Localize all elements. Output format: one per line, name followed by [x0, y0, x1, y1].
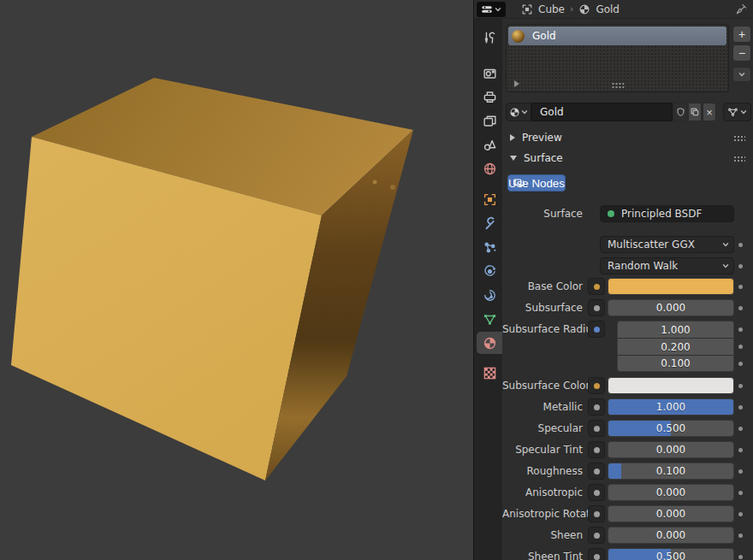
- view-layer-icon: [483, 114, 497, 128]
- roughness-row: Roughness 0.100: [502, 463, 746, 480]
- tab-modifiers[interactable]: [477, 212, 502, 234]
- tab-render[interactable]: [477, 62, 502, 84]
- animate-dot[interactable]: [734, 448, 746, 452]
- anisotropic-rotation-slider[interactable]: 0.000: [608, 505, 734, 522]
- editor-type-button[interactable]: [477, 2, 506, 17]
- surface-panel-header[interactable]: Surface: [502, 149, 753, 168]
- animate-dot[interactable]: [734, 427, 746, 431]
- properties-header: Cube › Gold: [474, 0, 753, 19]
- surface-node-field[interactable]: Principled BSDF: [600, 205, 734, 222]
- socket-icon: [588, 527, 605, 544]
- subsurface-color-row: Subsurface Color: [502, 377, 746, 394]
- subsurface-radius-x[interactable]: 1.000: [617, 321, 734, 338]
- tab-tool[interactable]: [477, 27, 502, 49]
- tab-constraints[interactable]: [477, 284, 502, 306]
- chevron-down-icon: [721, 240, 730, 249]
- metallic-slider[interactable]: 1.000: [608, 398, 734, 416]
- chevron-down-icon: [520, 108, 529, 116]
- animate-dot[interactable]: [734, 362, 746, 366]
- roughness-slider[interactable]: 0.100: [608, 463, 734, 480]
- animate-dot[interactable]: [734, 491, 746, 495]
- use-nodes-button[interactable]: Use Nodes: [507, 174, 566, 192]
- material-link-dropdown[interactable]: [723, 103, 751, 121]
- tab-material[interactable]: [477, 332, 502, 354]
- specular-tint-row: Specular Tint 0.000: [502, 441, 746, 458]
- tab-scene[interactable]: [477, 133, 502, 156]
- gold-cube: [0, 0, 473, 560]
- tool-icon: [483, 31, 497, 45]
- resize-grip[interactable]: [611, 82, 624, 88]
- animate-dot[interactable]: [734, 533, 746, 538]
- animate-dot[interactable]: [734, 285, 746, 289]
- tab-object-data[interactable]: [477, 308, 502, 330]
- animate-dot[interactable]: [734, 512, 746, 516]
- new-material-button[interactable]: [688, 103, 702, 121]
- base-color-swatch[interactable]: [608, 278, 734, 295]
- animate-dot[interactable]: [734, 469, 746, 474]
- material-slot-item[interactable]: Gold: [508, 27, 726, 45]
- socket-icon: [588, 377, 605, 394]
- fake-user-toggle[interactable]: [673, 103, 687, 121]
- panel-drag-grip[interactable]: [733, 135, 745, 141]
- distribution-dropdown[interactable]: Multiscatter GGX: [600, 236, 734, 253]
- specular-slider[interactable]: 0.500: [608, 420, 734, 437]
- tab-particles[interactable]: [477, 236, 502, 258]
- subsurface-color-swatch[interactable]: [608, 377, 734, 394]
- node-link-icon: [727, 107, 738, 118]
- material-id-row: Gold ×: [506, 103, 751, 121]
- tab-physics[interactable]: [477, 260, 502, 282]
- animate-dot[interactable]: [734, 384, 746, 388]
- socket-icon: [588, 420, 605, 437]
- base-color-row: Base Color: [502, 278, 746, 295]
- subsurface-method-dropdown[interactable]: Random Walk: [600, 257, 734, 274]
- render-icon: [483, 66, 497, 80]
- animate-dot[interactable]: [734, 243, 746, 247]
- distribution-row: Multiscatter GGX: [502, 236, 746, 253]
- tab-texture[interactable]: [477, 362, 502, 384]
- sheen-tint-slider[interactable]: 0.500: [608, 548, 734, 560]
- material-name-input[interactable]: Gold: [531, 103, 673, 121]
- panel-drag-grip[interactable]: [733, 156, 745, 162]
- tab-world[interactable]: [477, 157, 502, 180]
- tab-object[interactable]: [477, 188, 502, 210]
- output-printer-icon: [483, 90, 497, 104]
- animate-dot[interactable]: [734, 327, 746, 332]
- wrench-icon: [483, 216, 497, 231]
- scene-icon: [483, 138, 497, 152]
- animate-dot[interactable]: [734, 306, 746, 310]
- specular-tint-slider[interactable]: 0.000: [608, 441, 734, 458]
- anisotropic-slider[interactable]: 0.000: [608, 484, 734, 501]
- expand-triangle-icon[interactable]: [514, 80, 519, 87]
- constraints-icon: [483, 288, 497, 303]
- sheen-slider[interactable]: 0.000: [608, 527, 734, 544]
- animate-dot[interactable]: [734, 555, 746, 559]
- 3d-viewport[interactable]: [0, 0, 473, 560]
- remove-slot-button[interactable]: −: [732, 44, 751, 62]
- animate-dot[interactable]: [734, 345, 746, 349]
- subsurface-radius-z[interactable]: 0.100: [617, 355, 734, 372]
- breadcrumb-material: Gold: [596, 3, 620, 15]
- socket-icon: [588, 441, 605, 458]
- unlink-material-button[interactable]: ×: [703, 103, 716, 121]
- animate-dot[interactable]: [734, 405, 746, 410]
- add-slot-button[interactable]: +: [732, 26, 751, 43]
- preview-panel-header[interactable]: Preview: [502, 128, 753, 147]
- animate-dot[interactable]: [734, 264, 746, 268]
- breadcrumb-separator: ›: [570, 3, 573, 15]
- socket-icon: [588, 505, 605, 522]
- subsurface-row: Subsurface 0.000: [502, 299, 746, 316]
- subsurface-radius-row-z: 0.100: [502, 355, 746, 372]
- chevron-down-icon: [721, 262, 730, 270]
- properties-icon: [481, 3, 493, 15]
- pin-icon[interactable]: [735, 3, 748, 15]
- breadcrumb-object: Cube: [538, 3, 565, 15]
- slot-specials-button[interactable]: [732, 67, 751, 82]
- subsurface-slider[interactable]: 0.000: [608, 299, 734, 316]
- material-slot-area: Gold + −: [502, 22, 753, 94]
- world-icon: [483, 162, 497, 176]
- tab-view-layer[interactable]: [477, 109, 502, 132]
- anisotropic-rotation-row: Anisotropic Rotati... 0.000: [502, 505, 746, 522]
- tab-output[interactable]: [477, 85, 502, 108]
- subsurface-radius-y[interactable]: 0.200: [617, 338, 734, 355]
- browse-material-button[interactable]: [506, 103, 531, 121]
